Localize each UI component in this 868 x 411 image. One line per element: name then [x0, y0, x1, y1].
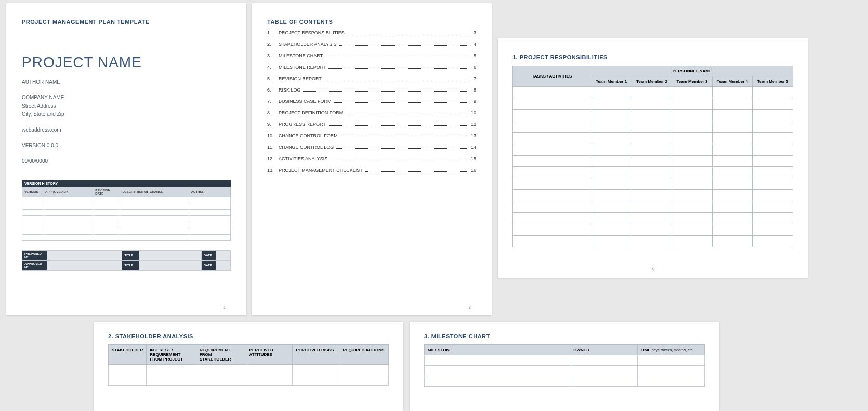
- col-interest: INTEREST / REQUIREMENT FROM PROJECT: [147, 345, 196, 365]
- table-row: [22, 228, 231, 235]
- table-row: [513, 213, 793, 224]
- toc-item: 10.CHANGE CONTROL FORM13: [267, 133, 476, 138]
- prepared-by-value: [47, 251, 122, 261]
- toc-dots: [365, 171, 467, 172]
- table-row: [513, 224, 793, 236]
- col-risks: PERCEIVED RISKS: [293, 345, 339, 365]
- toc-number: 10.: [267, 133, 279, 138]
- col-member-5: Team Member 5: [753, 76, 793, 87]
- col-member-4: Team Member 4: [712, 76, 753, 87]
- table-row: [513, 201, 793, 213]
- toc-label: REVISION REPORT: [279, 76, 322, 81]
- toc-number: 12.: [267, 156, 279, 161]
- toc-item: 5.REVISION REPORT7: [267, 76, 476, 81]
- col-stakeholder: STAKEHOLDER: [109, 345, 147, 365]
- toc-number: 5.: [267, 76, 279, 81]
- page-number: 2: [469, 305, 471, 309]
- responsibilities-table: TASKS / ACTIVITIES PERSONNEL NAME Team M…: [512, 66, 793, 247]
- table-row: [22, 235, 231, 241]
- toc-label: BUSINESS CASE FORM: [279, 99, 332, 104]
- toc-page: 16: [469, 168, 476, 173]
- toc-label: CHANGE CONTROL FORM: [279, 133, 338, 138]
- toc-dots: [324, 80, 467, 80]
- section-title: 1. PROJECT RESPONSIBILITIES: [512, 54, 793, 60]
- table-row: [425, 355, 705, 366]
- toc-item: 4.MILESTONE REPORT6: [267, 65, 476, 70]
- col-desc: DESCRIPTION OF CHANGE: [120, 187, 189, 197]
- version-history-title: VERSION HISTORY: [22, 180, 231, 187]
- toc-dots: [347, 34, 467, 34]
- toc-label: RISK LOG: [279, 87, 301, 93]
- table-row: [22, 210, 231, 216]
- toc-page: 13: [469, 133, 476, 138]
- toc-item: 7.BUSINESS CASE FORM9: [267, 99, 476, 104]
- toc-item: 9.PROGRESS REPORT12: [267, 122, 476, 127]
- toc-page: 7: [469, 76, 476, 81]
- toc-item: 11.CHANGE CONTROL LOG14: [267, 145, 476, 150]
- toc-dots: [336, 148, 467, 149]
- project-name: PROJECT NAME: [22, 54, 231, 71]
- page-stakeholder: 2. STAKEHOLDER ANALYSIS STAKEHOLDER INTE…: [94, 322, 403, 411]
- col-member-2: Team Member 2: [632, 76, 672, 87]
- toc-dots: [339, 45, 467, 46]
- toc-item: 6.RISK LOG8: [267, 87, 476, 93]
- col-time: TIME days, weeks, months, etc.: [637, 345, 704, 355]
- date-label: 00/00/0000: [22, 157, 231, 165]
- page-milestone: 3. MILESTONE CHART MILESTONE OWNER TIME …: [410, 322, 719, 411]
- toc-item: 8.PROJECT DEFINITION FORM10: [267, 110, 476, 115]
- col-member-1: Team Member 1: [591, 76, 632, 87]
- web-address: webaddress.com: [22, 126, 231, 134]
- toc-item: 1.PROJECT RESPONSIBILITIES3: [267, 30, 476, 35]
- toc-dots: [303, 91, 467, 92]
- section-title: 2. STAKEHOLDER ANALYSIS: [108, 333, 389, 339]
- toc-label: STAKEHOLDER ANALYSIS: [279, 42, 337, 47]
- date-label-2: DATE: [201, 261, 216, 271]
- toc-number: 11.: [267, 145, 279, 150]
- col-requirement: REQUIREMENT FROM STAKEHOLDER: [196, 345, 246, 365]
- street-address: Street Address: [22, 102, 231, 110]
- toc-item: 13.PROJECT MANAGEMENT CHECKLIST16: [267, 168, 476, 173]
- col-tasks: TASKS / ACTIVITIES: [513, 66, 591, 87]
- title-label-1: TITLE: [122, 251, 139, 261]
- signoff-table: PREPARED BY TITLE DATE APPROVED BY TITLE…: [22, 250, 231, 271]
- milestone-table: MILESTONE OWNER TIME days, weeks, months…: [424, 344, 705, 387]
- date-label-1: DATE: [201, 251, 216, 261]
- table-row: [513, 98, 793, 110]
- toc-label: PROJECT MANAGEMENT CHECKLIST: [279, 168, 363, 173]
- toc-number: 2.: [267, 42, 279, 47]
- table-row: [513, 190, 793, 201]
- toc-number: 9.: [267, 122, 279, 127]
- toc-page: 10: [469, 110, 476, 115]
- toc-number: 3.: [267, 53, 279, 58]
- col-personnel: PERSONNEL NAME: [591, 66, 793, 76]
- toc-item: 12.ACTIVITIES ANALYSIS15: [267, 156, 476, 161]
- toc-item: 3.MILESTONE CHART5: [267, 53, 476, 58]
- toc-number: 8.: [267, 110, 279, 115]
- toc-number: 1.: [267, 30, 279, 35]
- col-author: AUTHOR: [189, 187, 230, 197]
- table-row: [425, 376, 705, 387]
- toc-page: 5: [469, 53, 476, 58]
- table-row: [513, 236, 793, 247]
- toc-page: 3: [469, 30, 476, 35]
- table-row: [513, 87, 793, 98]
- table-row: [22, 216, 231, 222]
- toc-label: PROJECT DEFINITION FORM: [279, 110, 343, 115]
- page-cover: PROJECT MANAGEMENT PLAN TEMPLATE PROJECT…: [6, 3, 246, 315]
- table-row: [22, 197, 231, 203]
- table-row: [513, 167, 793, 178]
- table-row: [513, 133, 793, 144]
- section-title: 3. MILESTONE CHART: [424, 333, 705, 339]
- table-row: [425, 366, 705, 376]
- toc-number: 7.: [267, 99, 279, 104]
- page-number: 1: [223, 305, 226, 309]
- stakeholder-table: STAKEHOLDER INTEREST / REQUIREMENT FROM …: [108, 344, 389, 386]
- page-responsibilities: 1. PROJECT RESPONSIBILITIES TASKS / ACTI…: [498, 38, 808, 278]
- toc-number: 4.: [267, 65, 279, 70]
- table-row: [109, 365, 389, 386]
- toc-page: 8: [469, 87, 476, 93]
- version-label: VERSION 0.0.0: [22, 142, 231, 150]
- toc-dots: [340, 137, 467, 137]
- table-row: [513, 144, 793, 156]
- title-value-1: [139, 251, 201, 261]
